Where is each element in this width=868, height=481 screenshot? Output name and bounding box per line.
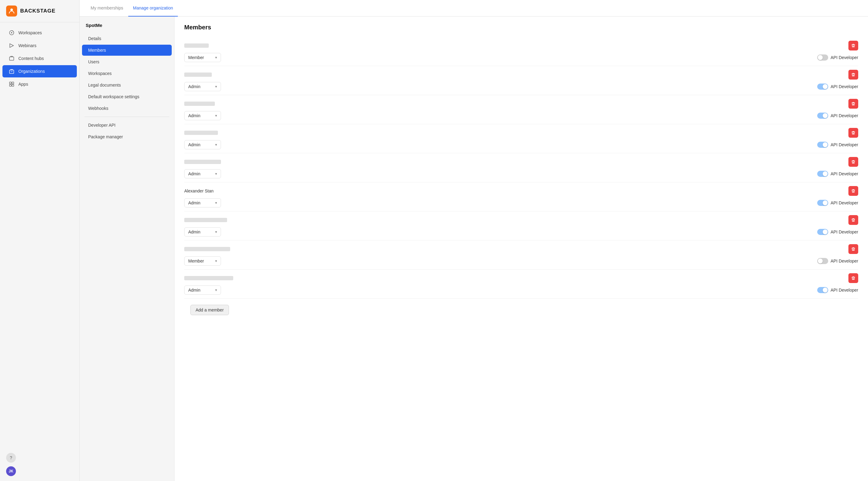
user-avatar[interactable]: JK — [6, 466, 16, 476]
member-name-blurred — [184, 131, 218, 135]
member-controls: Member ▾ API Developer — [184, 256, 858, 265]
sidebar-item-webinars[interactable]: Webinars — [2, 39, 77, 52]
role-select[interactable]: Member ▾ — [184, 256, 221, 265]
content-hubs-icon — [8, 55, 15, 62]
api-developer-toggle[interactable] — [817, 84, 828, 90]
member-name: Alexander Stan — [184, 189, 214, 193]
menu-item-legal-documents[interactable]: Legal documents — [82, 79, 172, 91]
member-controls: Admin ▾ API Developer — [184, 140, 858, 149]
table-row: Member ▾ API Developer — [184, 37, 858, 66]
member-name-blurred — [184, 160, 221, 164]
api-developer-toggle[interactable] — [817, 258, 828, 264]
member-name-area — [184, 128, 858, 138]
toggle-container: API Developer — [817, 200, 858, 206]
api-developer-label: API Developer — [831, 171, 858, 176]
api-developer-toggle[interactable] — [817, 142, 828, 148]
role-label: Admin — [188, 142, 200, 147]
sidebar-item-organizations[interactable]: Organizations — [2, 65, 77, 77]
role-select[interactable]: Member ▾ — [184, 53, 221, 62]
sidebar-item-label-content-hubs: Content hubs — [18, 56, 44, 61]
toggle-container: API Developer — [817, 229, 858, 235]
member-name-area — [184, 41, 858, 51]
api-developer-label: API Developer — [831, 288, 858, 292]
main-content: My memberships Manage organization SpotM… — [80, 0, 868, 481]
svg-point-2 — [11, 32, 12, 33]
menu-item-workspaces[interactable]: Workspaces — [82, 68, 172, 79]
table-row: Admin ▾ API Developer — [184, 269, 858, 299]
tab-manage-organization[interactable]: Manage organization — [128, 0, 178, 17]
member-controls: Admin ▾ API Developer — [184, 111, 858, 120]
role-select[interactable]: Admin ▾ — [184, 111, 221, 120]
sidebar-item-workspaces[interactable]: Workspaces — [2, 27, 77, 39]
toggle-container: API Developer — [817, 171, 858, 177]
role-select[interactable]: Admin ▾ — [184, 169, 221, 179]
api-developer-toggle[interactable] — [817, 229, 828, 235]
chevron-down-icon: ▾ — [215, 201, 217, 205]
delete-member-button[interactable] — [848, 273, 858, 283]
member-name-blurred — [184, 102, 215, 106]
api-developer-toggle[interactable] — [817, 200, 828, 206]
menu-item-webhooks[interactable]: Webhooks — [82, 103, 172, 114]
role-label: Member — [188, 259, 204, 263]
member-name-area — [184, 244, 858, 254]
menu-item-default-workspace-settings[interactable]: Default workspace settings — [82, 91, 172, 102]
logo-icon — [6, 5, 17, 17]
menu-item-details[interactable]: Details — [82, 33, 172, 44]
chevron-down-icon: ▾ — [215, 172, 217, 176]
role-select[interactable]: Admin ▾ — [184, 140, 221, 149]
sidebar-item-content-hubs[interactable]: Content hubs — [2, 52, 77, 65]
chevron-down-icon: ▾ — [215, 288, 217, 292]
table-row: Admin ▾ API Developer — [184, 153, 858, 182]
member-name-area — [184, 273, 858, 283]
panel-divider — [85, 117, 169, 117]
members-section-title: Members — [184, 24, 858, 31]
chevron-down-icon: ▾ — [215, 230, 217, 234]
chevron-down-icon: ▾ — [215, 142, 217, 147]
api-developer-label: API Developer — [831, 142, 858, 147]
toggle-container: API Developer — [817, 113, 858, 119]
toggle-container: API Developer — [817, 258, 858, 264]
sidebar-item-label-apps: Apps — [18, 82, 28, 87]
toggle-container: API Developer — [817, 55, 858, 61]
api-developer-label: API Developer — [831, 113, 858, 118]
menu-item-members[interactable]: Members — [82, 45, 172, 56]
right-panel: Members Member ▾ API Developer — [175, 17, 868, 481]
role-select[interactable]: Admin ▾ — [184, 198, 221, 207]
api-developer-toggle[interactable] — [817, 171, 828, 177]
api-developer-toggle[interactable] — [817, 287, 828, 293]
logo-area: BACKSTAGE — [0, 0, 79, 22]
chevron-down-icon: ▾ — [215, 259, 217, 263]
menu-item-package-manager[interactable]: Package manager — [82, 131, 172, 142]
role-select[interactable]: Admin ▾ — [184, 82, 221, 91]
delete-member-button[interactable] — [848, 215, 858, 225]
member-name-area — [184, 70, 858, 79]
role-select[interactable]: Admin ▾ — [184, 286, 221, 295]
member-controls: Admin ▾ API Developer — [184, 82, 858, 91]
delete-member-button[interactable] — [848, 186, 858, 196]
delete-member-button[interactable] — [848, 99, 858, 108]
api-developer-toggle[interactable] — [817, 113, 828, 119]
member-name-area: Alexander Stan — [184, 186, 858, 196]
menu-item-developer-api[interactable]: Developer API — [82, 120, 172, 131]
svg-rect-8 — [9, 85, 11, 86]
delete-member-button[interactable] — [848, 244, 858, 254]
delete-member-button[interactable] — [848, 70, 858, 79]
tab-my-memberships[interactable]: My memberships — [86, 0, 128, 17]
toggle-container: API Developer — [817, 142, 858, 148]
sidebar-nav: Workspaces Webinars Content hubs — [0, 22, 79, 448]
content-area: SpotMe Details Members Users Workspaces … — [80, 17, 868, 481]
delete-member-button[interactable] — [848, 128, 858, 138]
help-button[interactable]: ? — [6, 453, 16, 462]
delete-member-button[interactable] — [848, 157, 858, 167]
delete-member-button[interactable] — [848, 41, 858, 51]
menu-item-users[interactable]: Users — [82, 56, 172, 67]
add-member-button[interactable]: Add a member — [190, 305, 229, 315]
sidebar-item-apps[interactable]: Apps — [2, 78, 77, 90]
chevron-down-icon: ▾ — [215, 114, 217, 118]
api-developer-label: API Developer — [831, 55, 858, 60]
apps-icon — [8, 81, 15, 87]
role-select[interactable]: Admin ▾ — [184, 227, 221, 236]
member-name-blurred — [184, 218, 227, 222]
api-developer-toggle[interactable] — [817, 55, 828, 61]
webinars-icon — [8, 42, 15, 49]
